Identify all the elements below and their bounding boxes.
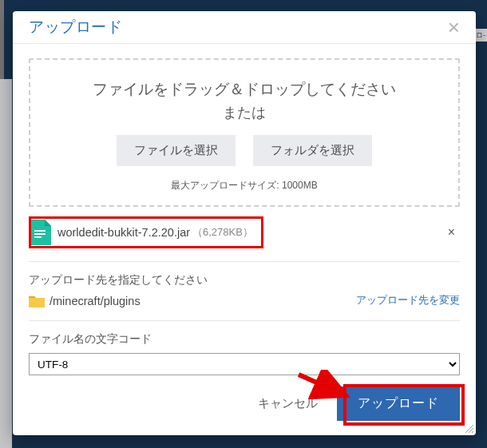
modal-footer: キャンセル アップロード	[13, 375, 476, 435]
upload-limit-text: 最大アップロードサイズ: 1000MB	[38, 179, 450, 192]
file-name: worldedit-bukkit-7.2.20.jar	[57, 226, 190, 239]
encoding-row: UTF-8	[29, 353, 460, 375]
encoding-section-label: ファイル名の文字コード	[29, 332, 460, 347]
modal-body: ファイルをドラッグ＆ドロップしてください または ファイルを選択 フォルダを選択…	[13, 44, 476, 375]
file-icon	[29, 220, 51, 245]
svg-line-6	[472, 431, 473, 433]
svg-rect-2	[34, 236, 42, 238]
svg-rect-1	[34, 233, 46, 235]
upload-button[interactable]: アップロード	[337, 387, 460, 421]
cancel-button[interactable]: キャンセル	[253, 390, 323, 418]
remove-file-icon[interactable]: ×	[448, 225, 455, 240]
file-size: （6,278KB）	[192, 225, 253, 240]
upload-modal: アップロード × ファイルをドラッグ＆ドロップしてください または ファイルを選…	[13, 11, 476, 435]
change-destination-link[interactable]: アップロード先を変更	[356, 294, 460, 307]
divider	[29, 320, 460, 321]
dropzone-buttons: ファイルを選択 フォルダを選択	[38, 135, 450, 166]
resize-grip-icon[interactable]	[463, 422, 474, 434]
close-icon[interactable]: ×	[448, 17, 460, 38]
choose-folder-button[interactable]: フォルダを選択	[253, 135, 372, 166]
svg-rect-0	[34, 230, 46, 232]
dropzone[interactable]: ファイルをドラッグ＆ドロップしてください または ファイルを選択 フォルダを選択…	[29, 58, 460, 207]
encoding-select[interactable]: UTF-8	[29, 353, 460, 375]
dropzone-or-text: または	[38, 103, 450, 122]
choose-file-button[interactable]: ファイルを選択	[117, 135, 236, 166]
destination-section-label: アップロード先を指定してください	[29, 273, 460, 287]
modal-title: アップロード	[29, 17, 122, 38]
destination-row: /minecraft/plugins アップロード先を変更	[29, 294, 460, 307]
dropzone-heading: ファイルをドラッグ＆ドロップしてください	[38, 79, 450, 100]
folder-icon	[29, 295, 45, 307]
destination-path: /minecraft/plugins	[49, 295, 141, 307]
selected-file-row: worldedit-bukkit-7.2.20.jar （6,278KB） ×	[29, 216, 460, 248]
divider	[29, 261, 460, 262]
modal-header: アップロード ×	[13, 11, 476, 44]
